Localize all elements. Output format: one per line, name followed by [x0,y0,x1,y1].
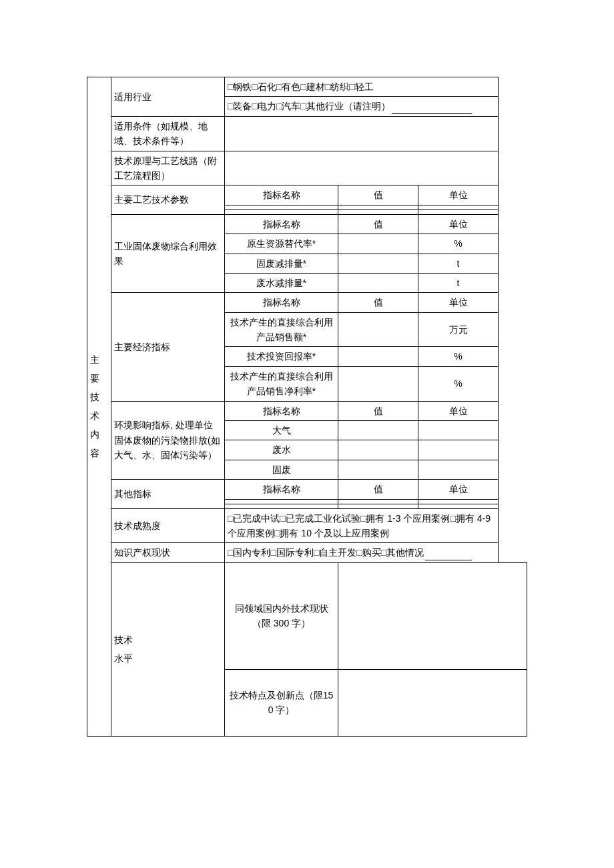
process-param-name-1[interactable] [225,205,338,209]
header-name: 指标名称 [225,480,338,499]
effect-row-unit: t [418,273,499,292]
label-other: 其他指标 [111,480,225,508]
label-effect: 工业固体废物综合利用效果 [111,214,225,293]
label-maturity: 技术成熟度 [111,508,225,543]
label-process-params: 主要工艺技术参数 [111,185,225,214]
econ-row-value[interactable] [338,347,418,366]
field-principle[interactable] [225,151,499,185]
section-tech-level: 技术 水平 [111,562,225,736]
econ-row-unit: % [418,366,499,401]
other-row-unit[interactable] [418,499,499,504]
econ-row-name: 技术产生的直接综合利用产品销售净利率* [225,366,338,401]
env-row-unit[interactable] [418,421,499,440]
header-unit: 单位 [418,480,499,499]
ip-options-text: □国内专利□国际专利□自主开发□购买□其他情况 [228,547,424,558]
header-value: 值 [338,214,418,234]
other-row-name[interactable] [225,499,338,504]
header-unit: 单位 [418,185,499,205]
field-condition[interactable] [225,116,499,151]
ip-options: □国内专利□国际专利□自主开发□购买□其他情况 [225,543,499,562]
env-row-unit[interactable] [418,440,499,460]
env-row-name: 大气 [225,421,338,440]
industry-options-line2-text: □装备□电力□汽车□其他行业（请注明） [228,101,390,111]
field-feature150[interactable] [338,669,527,736]
econ-row-name: 技术投资回报率* [225,347,338,366]
header-value: 值 [338,293,418,312]
econ-row-value[interactable] [338,366,418,401]
env-row-unit[interactable] [418,460,499,479]
label-feature150: 技术特点及创新点（限150 字） [225,669,338,736]
header-value: 值 [338,401,418,420]
effect-row-name: 废水减排量* [225,273,338,292]
label-ip: 知识产权现状 [111,543,225,562]
header-unit: 单位 [418,293,499,312]
header-name: 指标名称 [225,401,338,420]
label-industry: 适用行业 [111,77,225,117]
effect-row-value[interactable] [338,234,418,254]
econ-row-name: 技术产生的直接综合利用产品销售额* [225,312,338,347]
effect-row-name: 原生资源替代率* [225,234,338,254]
header-unit: 单位 [418,214,499,234]
econ-row-value[interactable] [338,312,418,347]
env-row-name: 固废 [225,460,338,479]
effect-row-name: 固废减排量* [225,254,338,273]
effect-row-value[interactable] [338,254,418,273]
label-principle: 技术原理与工艺线路（附工艺流程图） [111,151,225,185]
process-param-unit-2[interactable] [418,209,499,214]
industry-other-blank[interactable] [392,113,472,114]
label-condition: 适用条件（如规模、地域、技术条件等） [111,116,225,151]
label-status300: 同领域国内外技术现状（限 300 字） [225,562,338,669]
label-env: 环境影响指标, 处理单位固体废物的污染物排放(如大气、水、固体污染等） [111,401,225,480]
env-row-value[interactable] [338,440,418,460]
header-value: 值 [338,185,418,205]
env-row-value[interactable] [338,421,418,440]
effect-row-value[interactable] [338,273,418,292]
process-param-unit-1[interactable] [418,205,499,209]
other-row-value[interactable] [338,504,418,508]
env-row-value[interactable] [338,460,418,479]
header-value: 值 [338,480,418,499]
econ-row-unit: 万元 [418,312,499,347]
effect-row-unit: t [418,254,499,273]
section-main-tech-content: 主 要 技 术 内 容 [87,77,111,737]
industry-options-line2: □装备□电力□汽车□其他行业（请注明） [225,97,499,116]
effect-row-unit: % [418,234,499,254]
header-name: 指标名称 [225,293,338,312]
header-name: 指标名称 [225,185,338,205]
header-name: 指标名称 [225,214,338,234]
ip-other-blank[interactable] [425,560,472,560]
form-table: 主 要 技 术 内 容 适用行业 □钢铁□石化□有色□建材□纺织□轻工 □装备□… [87,77,527,737]
econ-row-unit: % [418,347,499,366]
header-unit: 单位 [418,401,499,420]
process-param-name-2[interactable] [225,209,338,214]
industry-options-line1: □钢铁□石化□有色□建材□纺织□轻工 [225,77,499,97]
process-param-value-1[interactable] [338,205,418,209]
maturity-options: □已完成中试□已完成工业化试验□拥有 1-3 个应用案例□拥有 4-9 个应用案… [225,508,499,543]
other-row-name[interactable] [225,504,338,508]
process-param-value-2[interactable] [338,209,418,214]
label-econ: 主要经济指标 [111,293,225,401]
field-status300[interactable] [338,562,527,669]
other-row-unit[interactable] [418,504,499,508]
env-row-name: 废水 [225,440,338,460]
other-row-value[interactable] [338,499,418,504]
